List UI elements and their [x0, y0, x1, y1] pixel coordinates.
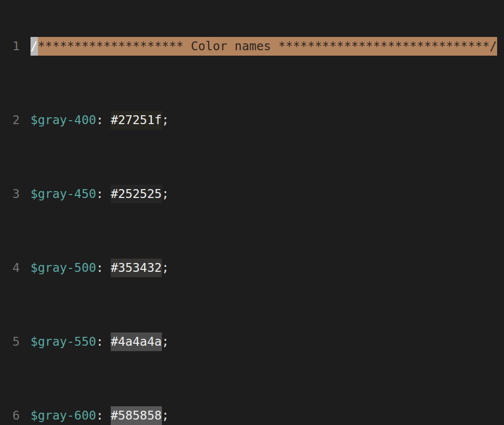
code-editor[interactable]: 1 /******************** Color names ****…	[0, 0, 504, 425]
line-number: 3	[0, 185, 20, 203]
code-line[interactable]: 4 $gray-500: #353432;	[0, 259, 504, 277]
code-line[interactable]: 6 $gray-600: #585858;	[0, 406, 504, 425]
color-value-swatch: #27251f	[111, 111, 162, 130]
semicolon-punctuation: ;	[162, 332, 169, 351]
code-text: $gray-550: #4a4a4a;	[31, 332, 169, 351]
color-value-swatch: #585858	[111, 406, 162, 425]
code-line[interactable]: 3 $gray-450: #252525;	[0, 185, 504, 203]
line-number: 5	[0, 332, 20, 351]
color-value-swatch: #252525	[111, 185, 162, 203]
code-text: $gray-500: #353432;	[31, 259, 169, 277]
code-text: $gray-600: #585858;	[31, 406, 169, 425]
colon-punctuation: :	[96, 406, 111, 425]
semicolon-punctuation: ;	[162, 185, 169, 203]
code-text: $gray-400: #27251f;	[31, 111, 169, 130]
line-number: 6	[0, 406, 20, 425]
variable-name: $gray-500	[31, 259, 96, 277]
variable-name: $gray-450	[31, 185, 96, 203]
semicolon-punctuation: ;	[162, 406, 169, 425]
code-line[interactable]: 2 $gray-400: #27251f;	[0, 111, 504, 130]
line-number: 1	[0, 37, 20, 56]
variable-name: $gray-600	[31, 406, 96, 425]
code-text: /******************** Color names ******…	[31, 37, 497, 56]
colon-punctuation: :	[96, 111, 111, 130]
variable-name: $gray-400	[31, 111, 96, 130]
colon-punctuation: :	[96, 259, 111, 277]
line-number: 2	[0, 111, 20, 130]
semicolon-punctuation: ;	[162, 111, 169, 130]
code-text: $gray-450: #252525;	[31, 185, 169, 203]
code-line[interactable]: 5 $gray-550: #4a4a4a;	[0, 332, 504, 351]
color-value-swatch: #4a4a4a	[111, 332, 162, 351]
semicolon-punctuation: ;	[162, 259, 169, 277]
line-number: 4	[0, 259, 20, 277]
code-line[interactable]: 1 /******************** Color names ****…	[0, 37, 504, 56]
comment-text: ******************** Color names *******…	[38, 37, 497, 56]
variable-name: $gray-550	[31, 332, 96, 351]
colon-punctuation: :	[96, 185, 111, 203]
text-cursor: /	[31, 37, 38, 56]
color-value-swatch: #353432	[111, 259, 162, 277]
colon-punctuation: :	[96, 332, 111, 351]
